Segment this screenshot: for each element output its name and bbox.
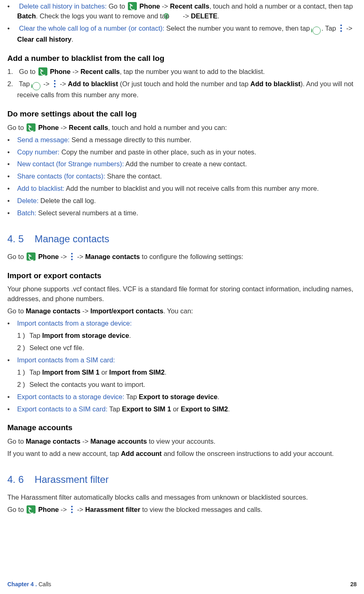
bullet: • <box>7 2 17 11</box>
section-heading-4-6: 4. 6 Harassment filter <box>7 473 357 487</box>
number-marker: 2. <box>7 79 17 89</box>
list-item: •Add to blacklist: Add the number to bla… <box>7 184 357 194</box>
bullet: • <box>7 24 17 33</box>
sub-step: 2 )Select one vcf file. <box>17 343 357 353</box>
sub-step: 1 )Tap Import from SIM 1 or Import from … <box>17 368 357 377</box>
phone-icon <box>27 252 36 261</box>
paragraph: If you want to add a new account, tap Ad… <box>7 449 357 459</box>
action-title: Clear the whole call log of a number (or… <box>19 25 165 32</box>
heading-more-settings: Do more settings about the call log <box>7 108 357 120</box>
phone-icon <box>128 2 137 10</box>
paragraph: Go to Manage contacts -> Manage accounts… <box>7 437 357 447</box>
sub-step: 1 )Tap Import from storage device. <box>17 331 357 341</box>
paragraph: Go to Phone -> -> Harassment filter to v… <box>7 505 357 515</box>
list-item: •Copy number: Copy the number and paste … <box>7 147 357 157</box>
section-heading-4-5: 4. 5 Manage contacts <box>7 232 357 246</box>
trash-icon <box>172 12 180 20</box>
more-dots-icon <box>69 505 74 514</box>
number-marker: 1. <box>7 67 17 77</box>
more-dots-icon <box>69 252 74 261</box>
paragraph: The Harassment filter automatically bloc… <box>7 493 357 502</box>
paragraph: Go to Phone -> Recent calls, touch and h… <box>7 123 357 133</box>
list-item: •Delete: Delete the call log. <box>7 196 357 206</box>
phone-icon <box>27 123 36 132</box>
phone-icon <box>38 67 47 76</box>
more-dots-icon <box>339 24 344 32</box>
list-item: 1. Go to Phone -> Recent calls, tap the … <box>7 67 357 77</box>
document-page: • Delete call history in batches: Go to … <box>7 2 357 515</box>
info-icon: i <box>313 27 321 35</box>
paragraph: Your phone supports .vcf contact files. … <box>7 284 357 304</box>
list-item: 2. Tap i -> -> Add to blacklist (Or just… <box>7 79 357 100</box>
paragraph: Go to Manage contacts -> Import/export c… <box>7 306 357 316</box>
list-item: •Batch: Select several numbers at a time… <box>7 208 357 218</box>
phone-icon <box>27 505 36 514</box>
list-item: •Export contacts to a storage device: Ta… <box>7 392 357 402</box>
heading-import-export: Import or export contacts <box>7 270 357 281</box>
info-icon: i <box>32 82 40 90</box>
action-title: Delete call history in batches: <box>19 2 107 10</box>
list-item: •Send a message: Send a message directly… <box>7 135 357 145</box>
footer-left: Chapter 4 . Calls <box>7 580 51 588</box>
list-item: •Export contacts to a SIM card: Tap Expo… <box>7 404 357 414</box>
list-item: • Delete call history in batches: Go to … <box>7 2 357 21</box>
paragraph: Go to Phone -> -> Manage contacts to con… <box>7 252 357 262</box>
page-footer: Chapter 4 . Calls 28 <box>7 580 357 588</box>
more-dots-icon <box>52 80 57 88</box>
heading-blacklist: Add a number to blacklist from the call … <box>7 53 357 64</box>
list-item: •Share contacts (for contacts): Share th… <box>7 172 357 181</box>
list-item: •Import contacts from a SIM card: <box>7 355 357 365</box>
heading-manage-accounts: Manage accounts <box>7 422 357 433</box>
list-item: • Clear the whole call log of a number (… <box>7 24 357 45</box>
list-item: •Import contacts from a storage device: <box>7 319 357 328</box>
page-number: 28 <box>350 580 357 588</box>
list-item: •New contact (for Strange numbers): Add … <box>7 159 357 169</box>
sub-step: 2 )Select the contacts you want to impor… <box>17 380 357 390</box>
